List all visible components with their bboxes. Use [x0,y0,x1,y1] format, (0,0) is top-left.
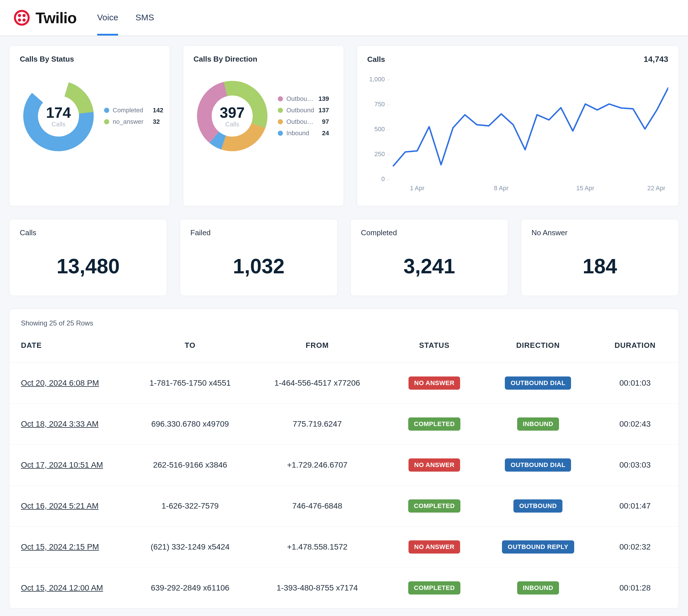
direction-total: 397 [220,104,245,121]
call-to: (621) 332-1249 x5424 [130,527,250,568]
direction-legend: Outbou… 139 Outbound 137 Outbou… 97 [278,95,329,137]
status-badge: NO ANSWER [408,376,460,390]
metrics-row: Calls 13,480 Failed 1,032 Completed 3,24… [9,219,679,296]
legend-label: no_answer [113,118,147,126]
legend-label: Outbound [286,107,315,114]
call-duration: 00:01:03 [592,363,679,404]
direction-badge: OUTBOUND REPLY [502,541,574,553]
tab-sms[interactable]: SMS [135,0,154,36]
call-duration: 00:03:03 [592,445,679,486]
col-to[interactable]: TO [130,331,250,363]
metric-calls: Calls 13,480 [9,219,167,296]
card-title: Calls [367,55,385,64]
svg-text:15 Apr: 15 Apr [576,184,594,192]
svg-point-2 [23,14,26,17]
call-duration: 00:02:43 [592,404,679,445]
metric-value: 184 [532,255,668,278]
table-header-row: DATE TO FROM STATUS DIRECTION DURATION [9,331,679,363]
status-badge: COMPLETED [408,581,461,595]
legend-item: Outbou… 97 [278,118,329,126]
card-calls-by-status: Calls By Status 174 Calls Completed [9,45,170,206]
call-date-link[interactable]: Oct 17, 2024 10:51 AM [21,460,103,469]
status-donut-chart: 174 Calls [20,78,97,155]
metric-label: Calls [20,228,156,237]
table-row: Oct 18, 2024 3:33 AM696.330.6780 x497097… [9,404,679,445]
metric-value: 1,032 [190,255,327,278]
call-date-link[interactable]: Oct 15, 2024 12:00 AM [21,583,103,592]
legend-label: Inbound [286,130,315,137]
status-badge: COMPLETED [408,417,461,431]
metric-value: 3,241 [361,255,498,278]
table-row: Oct 20, 2024 6:08 PM1-781-765-1750 x4551… [9,363,679,404]
call-duration: 00:01:47 [592,486,679,527]
call-date-link[interactable]: Oct 16, 2024 5:21 AM [21,501,99,510]
calls-table-card: Showing 25 of 25 Rows DATE TO FROM STATU… [9,309,679,609]
call-to: 1-781-765-1750 x4551 [130,363,250,404]
brand-name: Twilio [36,9,77,27]
metric-no-answer: No Answer 184 [521,219,679,296]
direction-badge: INBOUND [517,581,559,595]
call-to: 696.330.6780 x49709 [130,404,250,445]
col-date[interactable]: DATE [9,331,130,363]
call-from: 1-464-556-4517 x77206 [250,363,384,404]
call-date-link[interactable]: Oct 18, 2024 3:33 AM [21,419,99,428]
table-row: Oct 15, 2024 2:15 PM(621) 332-1249 x5424… [9,527,679,568]
call-from: 775.719.6247 [250,404,384,445]
status-badge: NO ANSWER [408,541,460,553]
rows-info: Showing 25 of 25 Rows [9,309,679,331]
legend-label: Completed [113,107,147,114]
col-duration[interactable]: DURATION [592,331,679,363]
svg-point-4 [23,19,26,22]
svg-text:750: 750 [374,101,385,108]
col-from[interactable]: FROM [250,331,384,363]
twilio-logo-icon [14,10,30,26]
call-duration: 00:02:32 [592,527,679,568]
table-row: Oct 15, 2024 12:00 AM639-292-2849 x61106… [9,568,679,609]
tab-voice[interactable]: Voice [97,0,118,36]
direction-sub: Calls [225,120,239,128]
table-row: Oct 16, 2024 5:21 AM1-626-322-7579746-47… [9,486,679,527]
metric-label: Failed [190,228,327,237]
app-header: Twilio Voice SMS [0,0,688,36]
legend-dot-icon [278,108,283,113]
dashboard-body: Calls By Status 174 Calls Completed [0,36,688,609]
col-status[interactable]: STATUS [384,331,485,363]
legend-value: 137 [319,107,329,114]
calls-total: 14,743 [644,55,668,64]
direction-donut-chart: 397 Calls [194,78,271,155]
svg-text:22 Apr: 22 Apr [647,184,665,192]
legend-value: 24 [322,130,329,137]
metric-label: No Answer [532,228,668,237]
card-calls-by-direction: Calls By Direction 397 [183,45,344,206]
call-date-link[interactable]: Oct 15, 2024 2:15 PM [21,542,99,551]
svg-text:8 Apr: 8 Apr [494,184,509,192]
call-from: +1.478.558.1572 [250,527,384,568]
direction-badge: OUTBOUND [513,499,562,512]
metric-label: Completed [361,228,498,237]
table-row: Oct 17, 2024 10:51 AM262-516-9166 x3846+… [9,445,679,486]
call-from: 746-476-6848 [250,486,384,527]
svg-point-1 [18,14,21,17]
legend-label: Outbou… [286,95,315,103]
call-to: 1-626-322-7579 [130,486,250,527]
call-date-link[interactable]: Oct 20, 2024 6:08 PM [21,378,99,387]
direction-badge: OUTBOUND DIAL [505,458,571,471]
legend-value: 142 [153,107,164,114]
status-badge: NO ANSWER [408,458,460,471]
metric-value: 13,480 [20,255,156,278]
metric-failed: Failed 1,032 [180,219,338,296]
svg-point-3 [18,19,21,22]
legend-dot-icon [104,108,109,113]
direction-badge: OUTBOUND DIAL [505,376,571,390]
svg-text:250: 250 [374,150,385,158]
col-direction[interactable]: DIRECTION [485,331,592,363]
legend-item-completed: Completed 142 [104,107,164,114]
legend-value: 32 [153,118,160,126]
svg-text:1 Apr: 1 Apr [410,184,425,192]
status-sub: Calls [51,120,66,128]
legend-dot-icon [278,96,283,102]
calls-table: DATE TO FROM STATUS DIRECTION DURATION O… [9,331,679,608]
legend-item: Inbound 24 [278,130,329,137]
legend-value: 139 [319,95,329,103]
call-from: +1.729.246.6707 [250,445,384,486]
